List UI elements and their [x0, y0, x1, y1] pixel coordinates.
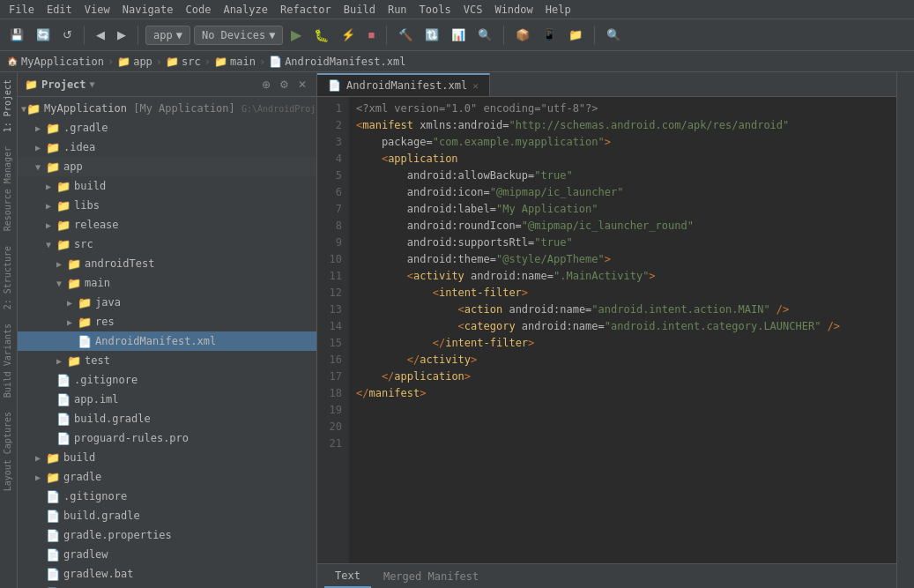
tree-item-gradle-root[interactable]: ▶ 📁 gradle [18, 467, 316, 487]
debug-button[interactable]: 🐛 [309, 26, 333, 45]
tree-label-libs: libs [74, 199, 100, 212]
menu-refactor[interactable]: Refactor [275, 2, 337, 18]
tree-label-build: build [74, 180, 106, 192]
run-config-arrow: ▼ [176, 29, 182, 41]
tree-item-gitignore-app[interactable]: 📄 .gitignore [18, 370, 316, 390]
tree-item-idea[interactable]: ▶ 📁 .idea [18, 138, 316, 157]
code-line: package="com.example.myapplication"> [356, 134, 889, 151]
line-number: 5 [321, 167, 342, 184]
code-line: android:supportsRtl="true" [356, 234, 889, 251]
tree-label-gradle-root: gradle [63, 471, 101, 483]
tree-item-gradlew[interactable]: 📄 gradlew [18, 545, 316, 564]
run-config-selector[interactable]: app ▼ [145, 26, 190, 45]
tree-item-res[interactable]: ▶ 📁 res [18, 312, 316, 331]
line-number: 18 [321, 385, 342, 402]
menu-view[interactable]: View [79, 2, 115, 18]
refresh-button[interactable]: ↺ [58, 26, 77, 44]
tree-item-proguard[interactable]: 📄 proguard-rules.pro [18, 428, 316, 448]
tree-item-release[interactable]: ▶ 📁 release [18, 215, 316, 234]
tree-item-app[interactable]: ▼ 📁 app [18, 157, 316, 176]
menu-tools[interactable]: Tools [414, 2, 457, 18]
project-panel-title: 📁 Project ▼ [25, 78, 95, 91]
search-button[interactable]: 🔍 [602, 26, 625, 44]
file-icon-gradle-root: 📄 [46, 510, 60, 523]
tree-item-gradle-hidden[interactable]: ▶ 📁 .gradle [18, 118, 316, 138]
left-panel-labels: 1: Project Resource Manager 2: Structure… [0, 72, 18, 588]
tree-label-androidtest: androidTest [85, 257, 154, 270]
tree-item-app-iml[interactable]: 📄 app.iml [18, 390, 316, 409]
menu-run[interactable]: Run [383, 2, 412, 18]
panel-close-button[interactable]: ✕ [295, 78, 309, 92]
tree-label: .gradle [63, 122, 108, 134]
tree-item-build-gradle-root[interactable]: 📄 build.gradle [18, 506, 316, 525]
tree-root[interactable]: ▼ 📁 MyApplication [My Application] G:\An… [18, 99, 316, 118]
gradle-sync-button[interactable]: 🔃 [420, 26, 443, 44]
save-all-button[interactable]: 💾 [5, 26, 28, 44]
tab-icon: 📄 [328, 79, 341, 92]
profile-button[interactable]: 📊 [447, 26, 470, 44]
tree-item-androidmanifest[interactable]: 📄 AndroidManifest.xml [18, 331, 316, 351]
breadcrumb-app[interactable]: 📁 app [117, 56, 152, 68]
tree-item-androidtest[interactable]: ▶ 📁 androidTest [18, 254, 316, 273]
device-selector[interactable]: No Devices ▼ [194, 26, 283, 45]
line-number: 12 [321, 285, 342, 301]
avd-manager-button[interactable]: 📱 [538, 26, 561, 44]
tree-label-gradlew: gradlew [63, 548, 108, 561]
menu-file[interactable]: File [4, 2, 40, 18]
tree-item-src[interactable]: ▼ 📁 src [18, 234, 316, 254]
run-button[interactable]: ▶ [286, 24, 306, 46]
menu-edit[interactable]: Edit [41, 2, 78, 18]
tree-item-gradlew-bat[interactable]: 📄 gradlew.bat [18, 564, 316, 584]
breadcrumb-file[interactable]: 📄 AndroidManifest.xml [269, 56, 405, 68]
menu-build[interactable]: Build [338, 2, 381, 18]
analyze-button[interactable]: 🔍 [473, 26, 496, 44]
menu-vcs[interactable]: VCS [458, 2, 488, 18]
editor-tab-manifest[interactable]: 📄 AndroidManifest.xml ✕ [317, 73, 490, 96]
tab-close-button[interactable]: ✕ [472, 80, 479, 92]
back-button[interactable]: ◀ [92, 26, 109, 44]
tree-item-gradle-props[interactable]: 📄 gradle.properties [18, 525, 316, 545]
stop-button[interactable]: ■ [363, 26, 379, 44]
tree-item-gitignore-root[interactable]: 📄 .gitignore [18, 487, 316, 506]
build-button[interactable]: 🔨 [394, 26, 417, 44]
tree-label-app-iml: app.iml [74, 393, 119, 406]
code-line: </activity> [356, 352, 889, 368]
code-line: android:allowBackup="true" [356, 167, 889, 184]
tab-layout-captures[interactable]: Layout Captures [0, 405, 17, 498]
folder-icon-java: 📁 [78, 296, 92, 309]
breadcrumb-root[interactable]: MyApplication [21, 56, 104, 68]
menu-help[interactable]: Help [540, 2, 576, 18]
apply-changes-button[interactable]: ⚡ [337, 26, 360, 44]
file-icon-gradle-app: 📄 [56, 413, 71, 426]
code-content[interactable]: <?xml version="1.0" encoding="utf-8"?><m… [349, 97, 896, 563]
sdk-manager-button[interactable]: 📦 [511, 26, 534, 44]
breadcrumb-main[interactable]: 📁 main [214, 56, 256, 68]
separator-4 [503, 26, 504, 45]
menu-window[interactable]: Window [489, 2, 538, 18]
panel-settings-button[interactable]: ⚙ [277, 78, 292, 92]
forward-button[interactable]: ▶ [113, 26, 130, 44]
menu-navigate[interactable]: Navigate [117, 2, 179, 18]
tree-item-main[interactable]: ▼ 📁 main [18, 273, 316, 293]
tree-item-libs[interactable]: ▶ 📁 libs [18, 196, 316, 215]
menu-analyze[interactable]: Analyze [218, 2, 273, 18]
tree-item-build-root[interactable]: ▶ 📁 build [18, 448, 316, 467]
tree-item-local-props[interactable]: 📄 local.properties [18, 584, 316, 588]
sync-button[interactable]: 🔄 [32, 26, 55, 44]
code-editor[interactable]: 123456789101112131415161718192021 <?xml … [317, 97, 896, 563]
line-number: 15 [321, 335, 342, 352]
tab-build-variants[interactable]: Build Variants [0, 316, 17, 405]
menu-code[interactable]: Code [181, 2, 217, 18]
tab-merged-manifest[interactable]: Merged Manifest [373, 565, 489, 588]
device-file-button[interactable]: 📁 [564, 26, 587, 44]
breadcrumb-src[interactable]: 📁 src [166, 56, 201, 68]
tab-structure[interactable]: 2: Structure [0, 239, 17, 316]
tab-project[interactable]: 1: Project [0, 72, 17, 139]
tab-resource-manager[interactable]: Resource Manager [0, 139, 17, 238]
tree-item-test[interactable]: ▶ 📁 test [18, 351, 316, 370]
tree-item-build-app[interactable]: ▶ 📁 build [18, 176, 316, 196]
tab-text[interactable]: Text [324, 565, 371, 588]
panel-scope-button[interactable]: ⊕ [259, 78, 273, 92]
tree-item-build-gradle-app[interactable]: 📄 build.gradle [18, 409, 316, 428]
tree-item-java[interactable]: ▶ 📁 java [18, 293, 316, 312]
